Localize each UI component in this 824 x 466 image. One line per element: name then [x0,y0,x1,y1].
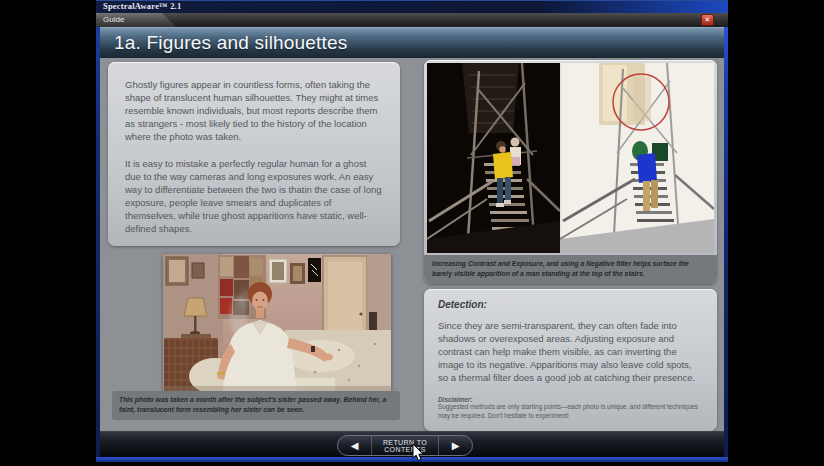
close-button[interactable]: ✕ [701,14,714,26]
tab-guide-label: Guide [103,15,124,24]
page-header: 1a. Figures and silhouettes [100,27,724,58]
detection-panel: Detection: Since they are semi-transpare… [424,289,717,431]
app-window: SpectralAware™ 2.1 Guide ✕ 1a. Figures a… [96,0,728,462]
close-icon: ✕ [705,16,711,23]
mouse-cursor [412,443,425,462]
sister-photo [163,254,391,391]
negative-filter-half [560,63,714,253]
sister-photo-art [163,254,391,391]
return-to-contents-button[interactable]: RETURN TO CONTENTS [371,436,439,455]
next-page-button[interactable]: ▶ [439,436,472,455]
stairs-photo-art [427,63,714,253]
left-arrow-icon: ◀ [351,440,359,451]
disclaimer-title: Disclaimer: [438,396,703,403]
tab-bar: Guide ✕ [96,13,728,27]
detection-body: Since they are semi-transparent, they ca… [438,319,703,385]
window-title: SpectralAware™ 2.1 [103,1,181,11]
intro-paragraph-2: It is easy to mistake a perfectly regula… [125,157,383,236]
previous-page-button[interactable]: ◀ [338,436,371,455]
original-exposure-half [427,63,560,253]
sister-photo-caption: This photo was taken a month after the s… [112,391,400,420]
stairs-photo-caption: Increasing Contrast and Exposure, and us… [424,255,717,284]
window-right-edge [724,13,728,457]
window-left-edge [96,13,100,457]
intro-panel: Ghostly figures appear in countless form… [108,62,400,246]
title-bar[interactable]: SpectralAware™ 2.1 [96,0,728,13]
navigation-pill: ◀ RETURN TO CONTENTS ▶ [337,435,473,456]
right-arrow-icon: ▶ [452,440,460,451]
desktop-background: SpectralAware™ 2.1 Guide ✕ 1a. Figures a… [0,0,824,466]
stairs-photo [427,63,714,253]
stairs-photo-panel: Increasing Contrast and Exposure, and us… [424,60,717,284]
detection-title: Detection: [438,299,703,310]
content-area: Ghostly figures appear in countless form… [100,58,724,431]
disclaimer-body: Suggested methods are only starting poin… [438,403,703,421]
tab-guide[interactable]: Guide [96,13,176,27]
intro-paragraph-1: Ghostly figures appear in countless form… [125,78,383,144]
page-title: 1a. Figures and silhouettes [114,32,348,54]
